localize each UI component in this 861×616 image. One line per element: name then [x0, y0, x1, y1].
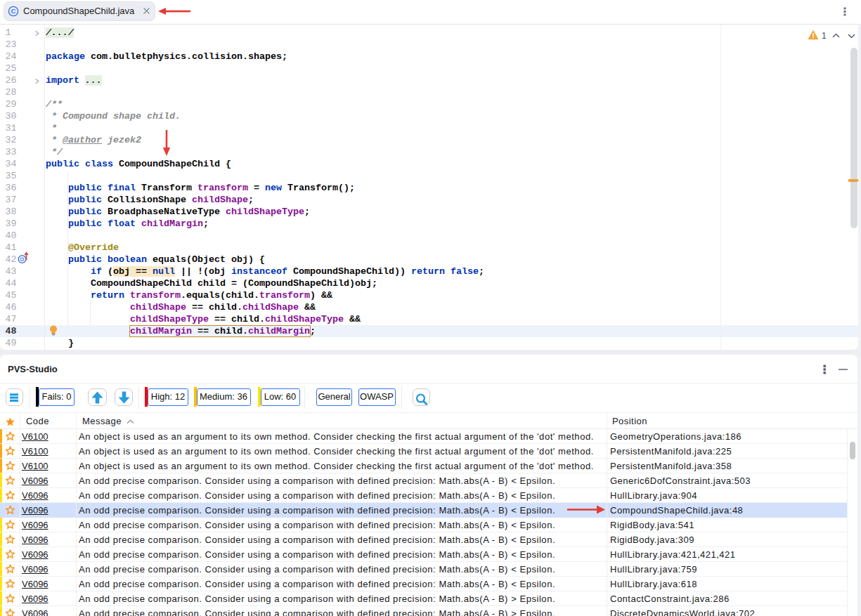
svg-text:C: C — [11, 7, 16, 15]
svg-text:1: 1 — [822, 31, 827, 41]
